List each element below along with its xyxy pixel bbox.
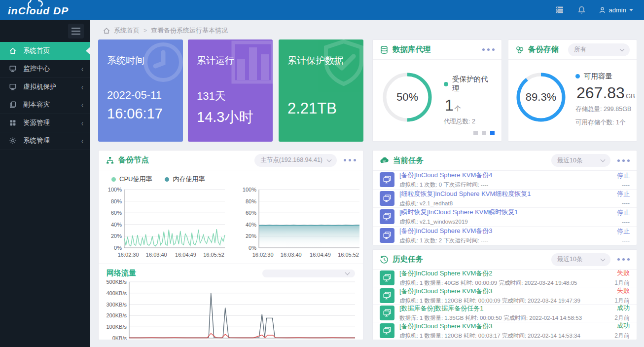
storage-percent: 89.3%	[515, 72, 567, 123]
sidebar-item-copy[interactable]: 副本容灾‹	[0, 96, 90, 115]
panel-title: 备份存储	[528, 44, 559, 55]
storage-legend-label: 可用容量	[584, 72, 612, 81]
panel-menu-button[interactable]	[617, 159, 630, 162]
sidebar-collapse-button[interactable]	[68, 24, 84, 39]
vm-task-icon	[380, 172, 394, 187]
stat-card-value: 2.21TB	[287, 100, 355, 117]
task-title[interactable]: [数据库备份]数据库备份任务1	[399, 304, 591, 313]
sidebar-item-grid[interactable]: 资源管理‹	[0, 114, 90, 132]
grid-icon	[9, 119, 17, 127]
task-title[interactable]: [备份]InCloud Sphere KVM备份2	[399, 269, 591, 278]
panel-menu-button[interactable]	[482, 48, 495, 51]
task-status: 成功	[591, 321, 630, 330]
stat-card-title: 累计运行	[197, 54, 264, 67]
task-info: [备份]InCloud Sphere KVM备份3虚拟机: 1 数据量: 120…	[399, 322, 591, 340]
chart-legend-item: 内存使用率	[165, 175, 205, 184]
task-title[interactable]: [备份]InCloud Sphere KVM备份3	[399, 287, 591, 296]
app-logo[interactable]: inCloud DP	[0, 0, 94, 20]
breadcrumb-home[interactable]: 系统首页	[114, 26, 140, 35]
carousel-indicators[interactable]	[473, 131, 495, 135]
user-icon	[599, 6, 606, 14]
task-subtitle: 虚拟机: 1 数据量: 120GB 耗时: 00:00:09 完成时间: 202…	[399, 297, 591, 305]
svg-text:100KB/s: 100KB/s	[106, 324, 127, 330]
cpu-usage-chart: 0%20%40%60%80%100%16:02:3016:03:4016:04:…	[105, 186, 228, 260]
database-agent-panel: 数据库代理 50% 受保护的代理 1个 代理总数: 2	[372, 39, 502, 142]
sidebar-item-monitor[interactable]: 监控中心‹	[0, 60, 90, 78]
network-filter-dropdown[interactable]	[262, 270, 355, 277]
task-time: ----	[591, 200, 630, 207]
memory-usage-chart: 0%20%40%60%80%100%16:02:3016:03:4016:04:…	[239, 186, 363, 260]
svg-text:300KB/s: 300KB/s	[106, 302, 127, 308]
svg-text:16:05:52: 16:05:52	[203, 252, 224, 258]
sidebar-item-display[interactable]: 虚拟机保护‹	[0, 78, 90, 96]
chevron-down-icon	[327, 157, 332, 162]
network-traffic-chart: 0KB/s100KB/s200KB/s300KB/s400KB/s500KB/s…	[102, 279, 360, 340]
panel-menu-button[interactable]	[617, 258, 630, 261]
task-time: ----	[591, 182, 630, 189]
task-status-block: 成功2月前	[591, 321, 630, 340]
storage-cluster-icon	[515, 45, 524, 54]
storage-free: 267.83	[576, 84, 625, 102]
task-status: 停止	[591, 208, 630, 217]
task-subtitle: 虚拟机: 1 数据量: 40GB 耗时: 00:00:09 完成时间: 2022…	[399, 279, 591, 287]
dropdown-value: 所有	[574, 45, 586, 54]
breadcrumb-page: 查看备份系统运行基本情况	[151, 26, 228, 35]
task-row[interactable]: [细粒度恢复]InCloud Sphere KVM细粒度恢复1虚拟机: v2.1…	[373, 190, 637, 208]
task-status: 失败	[591, 269, 630, 277]
task-status: 停止	[591, 227, 630, 236]
panel-menu-button[interactable]	[344, 159, 356, 161]
task-row[interactable]: [备份]InCloud Sphere KVM备份3虚拟机: 1 数据量: 120…	[373, 287, 637, 305]
dropdown-value: 最近10条	[557, 156, 582, 165]
task-row[interactable]: [备份]InCloud Sphere KVM备份4虚拟机: 1 次数: 0 下次…	[373, 171, 637, 190]
agent-percent: 50%	[382, 72, 433, 123]
agent-legend-label: 受保护的代理	[452, 75, 495, 93]
chevron-down-icon	[345, 270, 350, 275]
task-title[interactable]: [细粒度恢复]InCloud Sphere KVM细粒度恢复1	[399, 190, 591, 198]
task-info: [细粒度恢复]InCloud Sphere KVM细粒度恢复1虚拟机: v2.1…	[399, 190, 591, 207]
current-tasks-dropdown[interactable]: 最近10条	[551, 154, 610, 167]
task-title[interactable]: [备份]InCloud Sphere KVM备份3	[399, 227, 591, 235]
sidebar-item-home[interactable]: 系统首页	[0, 42, 90, 60]
storage-free-unit: GB	[626, 92, 635, 100]
task-status: 停止	[591, 190, 630, 198]
carousel-dot[interactable]	[482, 131, 486, 135]
panel-title: 历史任务	[393, 254, 423, 265]
node-select-dropdown[interactable]: 主节点(192.168.94.41)	[254, 154, 337, 167]
svg-text:20%: 20%	[246, 233, 256, 239]
stat-card-1: 系统时间2022-05-1116:06:17	[98, 39, 183, 142]
notification-bell-icon[interactable]	[577, 6, 586, 14]
stat-card-value-1: 131天	[197, 89, 264, 104]
task-status-block: 失败1月前	[591, 286, 630, 305]
agent-total: 代理总数: 2	[444, 117, 495, 126]
server-list-icon[interactable]	[555, 6, 565, 14]
task-row[interactable]: [备份]InCloud Sphere KVM备份3虚拟机: 1 数据量: 120…	[373, 322, 637, 340]
user-menu[interactable]: admin	[599, 6, 633, 14]
task-title[interactable]: [备份]InCloud Sphere KVM备份3	[399, 322, 591, 331]
task-row[interactable]: [备份]InCloud Sphere KVM备份3虚拟机: 1 次数: 2 下次…	[373, 227, 637, 245]
svg-text:16:03:40: 16:03:40	[146, 252, 167, 258]
task-title[interactable]: [备份]InCloud Sphere KVM备份4	[399, 171, 591, 180]
panel-title: 备份节点	[118, 155, 149, 165]
legend-dot	[165, 177, 169, 182]
task-row[interactable]: [瞬时恢复]InCloud Sphere KVM瞬时恢复1虚拟机: v2.1_w…	[373, 208, 637, 227]
history-tasks-dropdown[interactable]: 最近10条	[551, 253, 610, 266]
storage-filter-dropdown[interactable]: 所有	[568, 43, 630, 56]
task-row[interactable]: [数据库备份]数据库备份任务1数据库: 1 数据量: 1.35GB 耗时: 00…	[373, 305, 637, 322]
task-time: 2月前	[591, 332, 630, 340]
vm-task-icon	[380, 209, 394, 224]
legend-dot	[575, 74, 580, 78]
stat-card-value-1: 2022-05-11	[107, 89, 174, 102]
cloud-tasks-icon	[380, 156, 389, 165]
task-row[interactable]: [备份]InCloud Sphere KVM备份2虚拟机: 1 数据量: 40G…	[373, 270, 637, 287]
carousel-dot[interactable]	[490, 131, 495, 135]
carousel-dot[interactable]	[473, 131, 478, 135]
task-subtitle: 虚拟机: 1 次数: 2 下次运行时间: ----	[399, 237, 591, 244]
chart-legend-item: CPU使用率	[111, 175, 152, 184]
sidebar-item-gear[interactable]: 系统管理‹	[0, 132, 90, 151]
task-info: [备份]InCloud Sphere KVM备份3虚拟机: 1 次数: 2 下次…	[399, 227, 591, 244]
task-title[interactable]: [瞬时恢复]InCloud Sphere KVM瞬时恢复1	[399, 208, 591, 217]
stat-card-title: 系统时间	[107, 54, 174, 67]
dropdown-value: 主节点(192.168.94.41)	[260, 156, 322, 164]
copy-icon	[9, 101, 17, 109]
stat-card-value-2: 14.3小时	[197, 108, 264, 127]
